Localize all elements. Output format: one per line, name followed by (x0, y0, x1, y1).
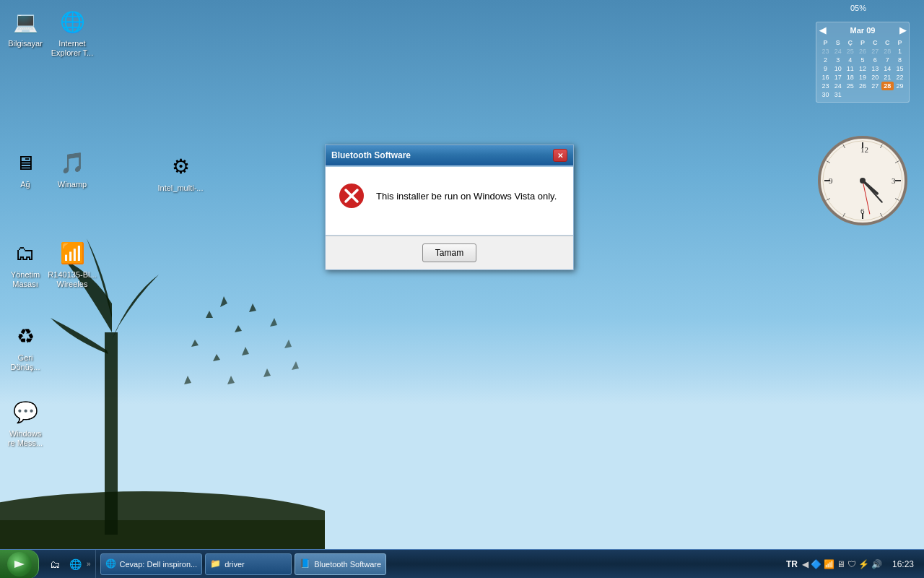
taskbar-driver-button[interactable]: 📁 driver (205, 553, 292, 575)
calendar-day[interactable]: 7 (881, 56, 894, 64)
calendar-day[interactable]: 22 (894, 73, 906, 82)
calendar-day[interactable]: 2 (819, 56, 832, 64)
calendar-day (856, 90, 868, 99)
calendar-day[interactable]: 19 (856, 73, 868, 82)
tray-security-icon[interactable]: 🛡 (847, 559, 856, 569)
calendar-day[interactable]: 24 (832, 82, 844, 90)
yonetim-icon: 🗂 (11, 238, 40, 267)
taskbar-ie-button[interactable]: 🌐 Cevap: Dell inspiron... (100, 553, 203, 575)
dialog: Bluetooth Software ✕ This installer be r… (325, 144, 574, 270)
calendar-day[interactable]: 20 (869, 73, 881, 82)
desktop-icon-winamp[interactable]: 🎵 Winamp (47, 148, 97, 189)
svg-point-37 (860, 178, 866, 184)
desktop-icon-intel[interactable]: ⚙ Intel_multi-... (155, 152, 206, 193)
calendar-day[interactable]: 28 (881, 82, 894, 90)
calendar-day[interactable]: 23 (819, 47, 832, 56)
calendar-day[interactable]: 27 (869, 47, 881, 56)
svg-rect-2 (105, 332, 118, 535)
tray-icons: ◀ 🔷 📶 🖥 🛡 ⚡ 🔊 (802, 559, 882, 569)
svg-marker-3 (206, 311, 213, 318)
svg-point-0 (0, 491, 325, 549)
calendar-day[interactable]: 13 (869, 64, 881, 73)
calendar-day[interactable]: 26 (856, 82, 868, 90)
svg-marker-7 (191, 340, 199, 347)
calendar-day[interactable]: 15 (894, 64, 906, 73)
taskbar-bluetooth-label: Bluetooth Software (314, 560, 381, 569)
quick-launch-expand[interactable]: » (85, 560, 92, 568)
calendar-day[interactable]: 5 (856, 56, 868, 64)
dialog-body: This installer be run on Windows Vista o… (326, 165, 573, 236)
calendar-day (869, 90, 881, 99)
geri-icon: ♻ (11, 322, 40, 350)
calendar-day[interactable]: 6 (869, 56, 881, 64)
calendar-day (894, 90, 906, 99)
calendar-day[interactable]: 3 (832, 56, 844, 64)
tray-arrow-icon[interactable]: ◀ (802, 559, 808, 569)
calendar-day[interactable]: 25 (844, 82, 856, 90)
desktop-icon-windows-mess[interactable]: 💬 Windowsre Mess... (0, 397, 51, 448)
bilgisayar-icon: 💻 (11, 7, 40, 36)
calendar-day[interactable]: 29 (894, 82, 906, 90)
system-tray: TR ◀ 🔷 📶 🖥 🛡 ⚡ 🔊 16:23 (776, 550, 924, 579)
quick-launch-desktop-icon[interactable]: 🗂 (46, 556, 64, 573)
calendar-day[interactable]: 27 (869, 82, 881, 90)
svg-rect-1 (0, 520, 325, 549)
r140135-icon: 📶 (58, 238, 87, 267)
calendar-day[interactable]: 9 (819, 64, 832, 73)
calendar-day[interactable]: 8 (894, 56, 906, 64)
tray-power-icon[interactable]: ⚡ (858, 559, 869, 569)
calendar-day[interactable]: 23 (819, 82, 832, 90)
calendar-day[interactable]: 1 (894, 47, 906, 56)
calendar-day[interactable]: 25 (844, 47, 856, 56)
tray-network-icon[interactable]: 📶 (824, 559, 834, 569)
calendar-day[interactable]: 24 (832, 47, 844, 56)
taskbar-driver-label: driver (225, 560, 245, 569)
calendar-day[interactable]: 14 (881, 64, 894, 73)
calendar-day[interactable]: 16 (819, 73, 832, 82)
taskbar-bluetooth-button[interactable]: 📘 Bluetooth Software (295, 553, 386, 575)
clock-widget: 12 3 6 9 (816, 134, 910, 228)
calendar-next[interactable]: ▶ (899, 25, 906, 35)
calendar-day[interactable]: 4 (844, 56, 856, 64)
calendar-day[interactable]: 21 (881, 73, 894, 82)
calendar-day[interactable]: 12 (856, 64, 868, 73)
windows-mess-icon: 💬 (11, 397, 40, 426)
calendar-day[interactable]: 31 (832, 90, 844, 99)
quick-launch-ie-icon[interactable]: 🌐 (66, 556, 84, 573)
taskbar-driver-icon: 📁 (210, 558, 222, 570)
dialog-message: This installer be run on Windows Vista o… (376, 191, 557, 202)
calendar-day[interactable]: 30 (819, 90, 832, 99)
tray-bluetooth-icon[interactable]: 🔷 (811, 559, 821, 569)
desktop-icon-ie[interactable]: 🌐 Internet Explorer T... (47, 7, 97, 58)
calendar-month: Mar 09 (850, 26, 876, 35)
svg-text:6: 6 (860, 207, 865, 215)
start-button[interactable] (0, 550, 39, 579)
svg-marker-5 (235, 325, 242, 332)
svg-marker-8 (213, 354, 220, 361)
calendar-widget: ◀ Mar 09 ▶ PSÇPCCP 232425262728123456789… (816, 22, 910, 103)
ag-label: Ağ (20, 180, 30, 189)
intel-label: Intel_multi-... (158, 184, 204, 193)
dialog-footer: Tamam (326, 236, 573, 269)
calendar-day[interactable]: 18 (844, 73, 856, 82)
yonetim-label: YönetimMasası (11, 270, 40, 289)
tray-display-icon[interactable]: 🖥 (837, 559, 845, 569)
calendar-header: ◀ Mar 09 ▶ (819, 25, 906, 35)
desktop-icon-ag[interactable]: 🖥 Ağ (0, 148, 51, 189)
tray-sound-icon[interactable]: 🔊 (871, 559, 882, 569)
calendar-prev[interactable]: ◀ (819, 25, 826, 35)
desktop-icon-r140135[interactable]: 📶 R140135-Bl...Wireeles (47, 238, 97, 289)
calendar-day[interactable]: 26 (856, 47, 868, 56)
desktop: 05% 💻 Bilgisayar 🌐 Internet Explorer T..… (0, 0, 924, 578)
taskbar-clock[interactable]: 16:23 (888, 559, 918, 569)
desktop-icon-bilgisayar[interactable]: 💻 Bilgisayar (0, 7, 51, 48)
dialog-close-button[interactable]: ✕ (553, 149, 567, 162)
desktop-icon-geri[interactable]: ♻ GeriDönüş... (0, 322, 51, 372)
calendar-day[interactable]: 28 (881, 47, 894, 56)
calendar-day[interactable]: 10 (832, 64, 844, 73)
tamam-button[interactable]: Tamam (422, 243, 476, 262)
calendar-day[interactable]: 11 (844, 64, 856, 73)
svg-marker-14 (284, 340, 292, 348)
calendar-day[interactable]: 17 (832, 73, 844, 82)
desktop-icon-yonetim[interactable]: 🗂 YönetimMasası (0, 238, 51, 289)
